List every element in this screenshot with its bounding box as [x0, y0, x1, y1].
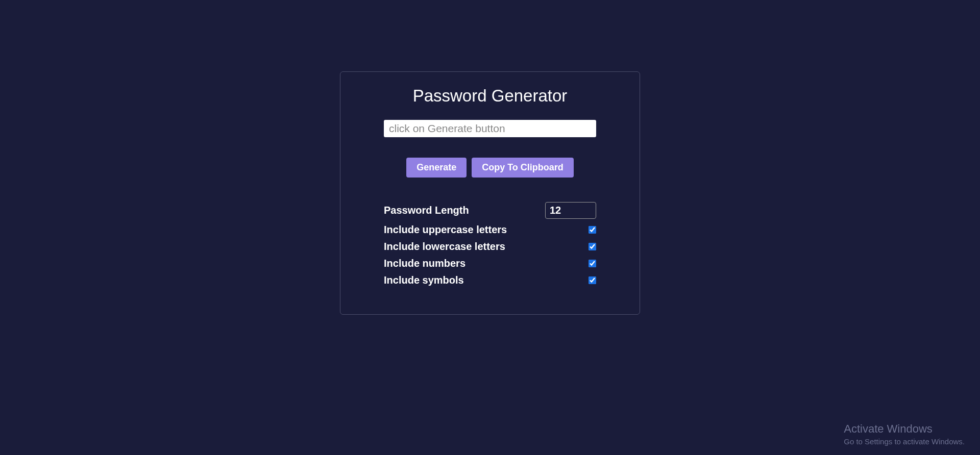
- page-title: Password Generator: [413, 86, 568, 106]
- length-label: Password Length: [384, 205, 469, 216]
- length-setting-row: Password Length: [384, 202, 596, 219]
- symbols-setting-row: Include symbols: [384, 274, 596, 286]
- numbers-checkbox[interactable]: [589, 260, 596, 267]
- password-generator-card: Password Generator Generate Copy To Clip…: [340, 71, 640, 315]
- numbers-label: Include numbers: [384, 258, 465, 269]
- uppercase-setting-row: Include uppercase letters: [384, 224, 596, 236]
- settings-section: Password Length Include uppercase letter…: [384, 202, 596, 286]
- symbols-label: Include symbols: [384, 274, 464, 286]
- watermark-subtitle: Go to Settings to activate Windows.: [844, 437, 965, 446]
- uppercase-checkbox[interactable]: [589, 226, 596, 234]
- lowercase-checkbox[interactable]: [589, 243, 596, 250]
- copy-button[interactable]: Copy To Clipboard: [472, 158, 574, 178]
- generate-button[interactable]: Generate: [406, 158, 467, 178]
- lowercase-setting-row: Include lowercase letters: [384, 241, 596, 252]
- password-output-field[interactable]: [384, 120, 596, 137]
- lowercase-label: Include lowercase letters: [384, 241, 505, 252]
- button-row: Generate Copy To Clipboard: [406, 158, 574, 178]
- length-input[interactable]: [545, 202, 596, 219]
- numbers-setting-row: Include numbers: [384, 258, 596, 269]
- watermark-title: Activate Windows: [844, 422, 965, 436]
- windows-watermark: Activate Windows Go to Settings to activ…: [844, 422, 965, 446]
- symbols-checkbox[interactable]: [589, 276, 596, 284]
- uppercase-label: Include uppercase letters: [384, 224, 507, 236]
